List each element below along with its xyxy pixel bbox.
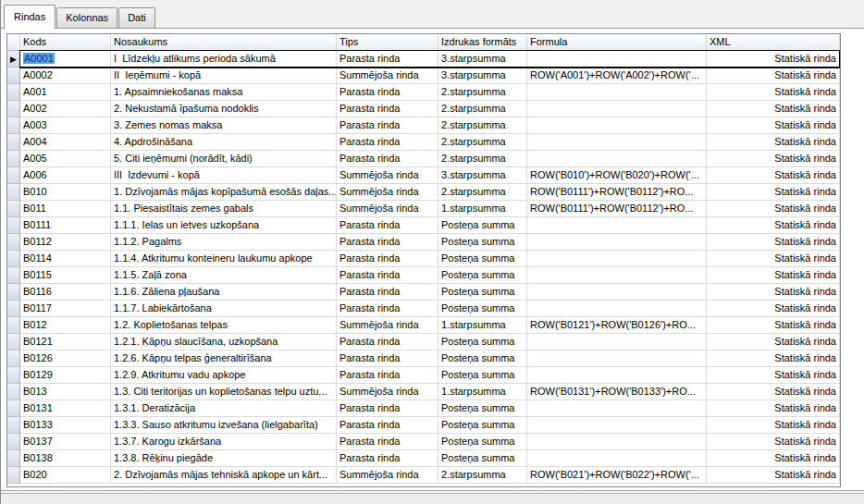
table-row[interactable]: B01371.3.7. Karogu izkāršanaParasta rind… — [7, 434, 840, 450]
cell-izdrukas[interactable]: Posteņa summa — [438, 434, 527, 450]
table-row[interactable]: B01171.1.7. LabiekārtošanaParasta rindaP… — [7, 301, 840, 317]
cell-formula[interactable] — [527, 434, 707, 450]
row-selector[interactable] — [7, 417, 20, 434]
cell-tips[interactable]: Parasta rinda — [337, 450, 438, 467]
cell-kods[interactable]: B020 — [20, 467, 111, 484]
cell-kods[interactable]: B0126 — [20, 350, 111, 367]
cell-formula[interactable] — [527, 84, 707, 101]
cell-nosaukums[interactable]: 1.3.1. Deratizācija — [111, 400, 337, 417]
cell-izdrukas[interactable]: Posteņa summa — [438, 267, 527, 284]
cell-kods[interactable]: A002 — [20, 101, 111, 117]
table-row[interactable]: B0101. Dzīvojamās mājas kopīpašumā esošā… — [7, 184, 840, 201]
cell-formula[interactable] — [527, 334, 707, 350]
cell-formula[interactable] — [527, 251, 707, 267]
cell-formula[interactable] — [527, 134, 707, 151]
cell-nosaukums[interactable]: 1.3.3. Sauso atkritumu izvešana (lielgab… — [111, 417, 337, 434]
cell-kods[interactable]: B0111 — [20, 217, 111, 234]
cell-xml[interactable]: Statiskā rinda — [707, 84, 840, 101]
cell-tips[interactable]: Summējoša rinda — [337, 184, 438, 201]
table-row[interactable]: B01121.1.2. PagalmsParasta rindaPosteņa … — [7, 234, 840, 251]
cell-xml[interactable]: Statiskā rinda — [707, 367, 840, 384]
cell-kods[interactable]: B0114 — [20, 251, 111, 267]
cell-tips[interactable]: Parasta rinda — [337, 417, 438, 434]
cell-xml[interactable]: Statiskā rinda — [707, 334, 840, 350]
header-izdrukas-formats[interactable]: Izdrukas formāts — [438, 34, 527, 50]
cell-formula[interactable]: ROW('A001')+ROW('A002')+ROW('... — [527, 68, 707, 84]
row-selector[interactable] — [7, 467, 20, 484]
cell-xml[interactable]: Statiskā rinda — [707, 400, 840, 417]
row-selector[interactable] — [7, 251, 20, 267]
table-row[interactable]: A0044. ApdrošināšanaParasta rinda2.starp… — [7, 134, 840, 151]
cell-nosaukums[interactable]: 1.2. Koplietošanas telpas — [111, 317, 337, 334]
cell-izdrukas[interactable]: 2.starpsumma — [438, 117, 527, 134]
cell-nosaukums[interactable]: 1.1.2. Pagalms — [111, 234, 337, 251]
row-selector[interactable] — [7, 217, 20, 234]
cell-formula[interactable] — [527, 267, 707, 284]
row-selector[interactable] — [7, 201, 20, 217]
row-selector[interactable] — [7, 434, 20, 450]
table-row[interactable]: ▶A0001I Līdzekļu atlikums perioda sākumā… — [7, 51, 840, 68]
cell-nosaukums[interactable]: 1.3.7. Karogu izkāršana — [111, 434, 337, 450]
row-selector[interactable] — [7, 101, 20, 117]
cell-tips[interactable]: Summējoša rinda — [337, 201, 438, 217]
cell-xml[interactable]: Statiskā rinda — [707, 51, 840, 68]
row-selector[interactable] — [7, 284, 20, 301]
cell-izdrukas[interactable]: Posteņa summa — [438, 251, 527, 267]
row-selector[interactable] — [7, 334, 20, 350]
table-row[interactable]: B0131.3. Citi teritorijas un koplietošan… — [7, 384, 840, 400]
cell-kods[interactable]: B0137 — [20, 434, 111, 450]
cell-kods[interactable]: B011 — [20, 201, 111, 217]
cell-nosaukums[interactable]: 1.1.4. Atkritumu konteineru laukumu apko… — [111, 251, 337, 267]
cell-kods[interactable]: A0001 — [20, 51, 111, 68]
table-row[interactable]: B01151.1.5. Zaļā zonaParasta rindaPosteņ… — [7, 267, 840, 284]
cell-tips[interactable]: Parasta rinda — [337, 217, 438, 234]
row-selector[interactable] — [7, 68, 20, 84]
cell-xml[interactable]: Statiskā rinda — [707, 117, 840, 134]
cell-xml[interactable]: Statiskā rinda — [707, 284, 840, 301]
cell-izdrukas[interactable]: 2.starpsumma — [438, 184, 527, 201]
cell-formula[interactable]: ROW('B010')+ROW('B020')+ROW('... — [527, 167, 707, 184]
cell-formula[interactable]: ROW('B0121')+ROW('B0126')+RO... — [527, 317, 707, 334]
cell-formula[interactable] — [527, 51, 707, 68]
row-selector[interactable] — [7, 367, 20, 384]
cell-izdrukas[interactable]: Posteņa summa — [438, 367, 527, 384]
cell-kods[interactable]: B0112 — [20, 234, 111, 251]
cell-xml[interactable]: Statiskā rinda — [707, 101, 840, 117]
cell-tips[interactable]: Parasta rinda — [337, 117, 438, 134]
table-row[interactable]: B0111.1. Piesaistītais zemes gabalsSummē… — [7, 201, 840, 217]
cell-formula[interactable] — [527, 367, 707, 384]
cell-xml[interactable]: Statiskā rinda — [707, 68, 840, 84]
cell-izdrukas[interactable]: Posteņa summa — [438, 234, 527, 251]
cell-xml[interactable]: Statiskā rinda — [707, 350, 840, 367]
row-selector[interactable] — [7, 151, 20, 167]
table-row[interactable]: A0002II Ieņēmumi - kopāSummējoša rinda3.… — [7, 68, 840, 84]
cell-nosaukums[interactable]: I Līdzekļu atlikums perioda sākumā — [111, 51, 337, 68]
table-row[interactable]: B0202. Dzīvojamās mājas tehniskā apkope … — [7, 467, 840, 484]
cell-nosaukums[interactable]: 1.1.6. Zāliena pļaušana — [111, 284, 337, 301]
table-row[interactable]: B01381.3.8. Rēķinu piegādeParasta rindaP… — [7, 450, 840, 467]
cell-izdrukas[interactable]: 1.starpsumma — [438, 317, 527, 334]
cell-izdrukas[interactable]: 1.starpsumma — [438, 201, 527, 217]
row-selector[interactable] — [7, 384, 20, 400]
cell-formula[interactable] — [527, 301, 707, 317]
header-kods[interactable]: Kods — [20, 34, 111, 50]
cell-tips[interactable]: Parasta rinda — [337, 51, 438, 68]
table-row[interactable]: A0033. Zemes nomas maksaParasta rinda2.s… — [7, 117, 840, 134]
cell-tips[interactable]: Parasta rinda — [337, 251, 438, 267]
cell-izdrukas[interactable]: Posteņa summa — [438, 334, 527, 350]
cell-izdrukas[interactable]: 3.starpsumma — [438, 51, 527, 68]
cell-xml[interactable]: Statiskā rinda — [707, 417, 840, 434]
cell-nosaukums[interactable]: III Izdevumi - kopā — [111, 167, 337, 184]
header-nosaukums[interactable]: Nosaukums — [111, 34, 337, 50]
cell-nosaukums[interactable]: 1.3. Citi teritorijas un koplietošanas t… — [111, 384, 337, 400]
cell-izdrukas[interactable]: 2.starpsumma — [438, 84, 527, 101]
cell-xml[interactable]: Statiskā rinda — [707, 384, 840, 400]
table-row[interactable]: B01161.1.6. Zāliena pļaušanaParasta rind… — [7, 284, 840, 301]
cell-izdrukas[interactable]: Posteņa summa — [438, 400, 527, 417]
cell-xml[interactable]: Statiskā rinda — [707, 317, 840, 334]
cell-tips[interactable]: Parasta rinda — [337, 367, 438, 384]
cell-kods[interactable]: A001 — [20, 84, 111, 101]
cell-nosaukums[interactable]: 1. Dzīvojamās mājas kopīpašumā esošās da… — [111, 184, 337, 201]
cell-kods[interactable]: B0129 — [20, 367, 111, 384]
cell-formula[interactable]: ROW('B0111')+ROW('B0112')+RO... — [527, 201, 707, 217]
